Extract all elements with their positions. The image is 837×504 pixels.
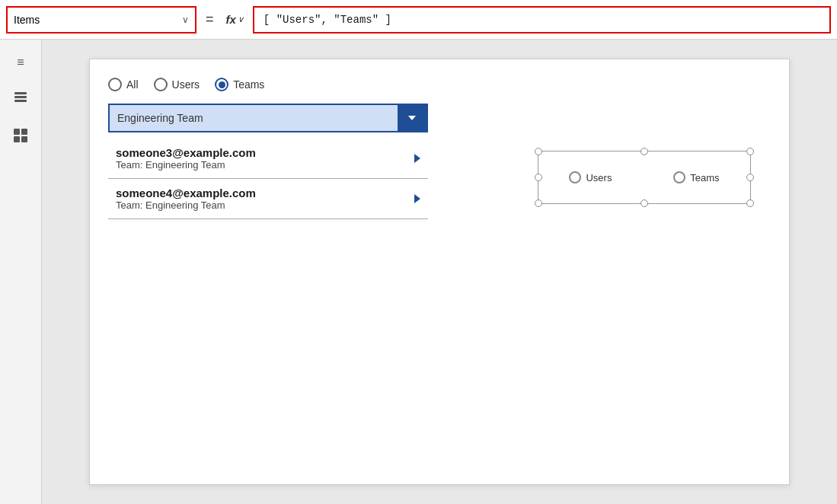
equals-sign: = bbox=[203, 11, 217, 27]
team-dropdown[interactable]: Engineering Team bbox=[108, 104, 428, 132]
hamburger-icon[interactable]: ≡ bbox=[10, 52, 31, 73]
widget-radio-users-circle bbox=[569, 171, 581, 183]
widget-radio-users-label: Users bbox=[586, 172, 612, 183]
list-item-2-team: Team: Engineering Team bbox=[116, 199, 256, 211]
dropdown-value: Engineering Team bbox=[117, 112, 203, 124]
handle-br[interactable] bbox=[746, 199, 754, 207]
list-item-1[interactable]: someone3@example.com Team: Engineering T… bbox=[108, 139, 428, 179]
items-dropdown-chevron: ∨ bbox=[182, 14, 189, 25]
layers-icon[interactable] bbox=[10, 88, 31, 110]
handle-tr[interactable] bbox=[746, 148, 754, 155]
list-item-1-chevron bbox=[414, 154, 420, 163]
svg-rect-1 bbox=[14, 100, 27, 102]
formula-text: [ "Users", "Teams" ] bbox=[264, 14, 391, 26]
svg-rect-5 bbox=[14, 136, 20, 142]
svg-rect-3 bbox=[14, 129, 20, 135]
radio-teams[interactable]: Teams bbox=[215, 78, 264, 91]
radio-all-label: All bbox=[126, 78, 139, 91]
dropdown-label: Engineering Team bbox=[110, 105, 398, 131]
radio-teams-label: Teams bbox=[233, 78, 264, 91]
list-item-2-chevron bbox=[414, 194, 420, 203]
svg-rect-2 bbox=[14, 92, 27, 94]
handle-mr[interactable] bbox=[746, 174, 754, 181]
fx-chevron: ∨ bbox=[238, 14, 244, 24]
list-item-2-email: someone4@example.com bbox=[116, 187, 256, 199]
fx-button[interactable]: fx ∨ bbox=[223, 13, 247, 26]
list-item-2-content: someone4@example.com Team: Engineering T… bbox=[116, 187, 256, 211]
radio-group: All Users Teams bbox=[108, 78, 771, 91]
toolbar: Items ∨ = fx ∨ ▾ [ "Users", "Teams" ] bbox=[0, 0, 837, 40]
handle-bl[interactable] bbox=[535, 199, 542, 207]
selection-widget[interactable]: Users Teams bbox=[538, 151, 751, 204]
widget-radio-teams-circle bbox=[673, 171, 685, 183]
chevron-down-icon bbox=[408, 116, 416, 120]
svg-rect-0 bbox=[14, 96, 27, 98]
main-area: All Users Teams Engineering Team someon bbox=[42, 40, 837, 504]
sidebar: ≡ bbox=[0, 40, 42, 504]
radio-teams-circle bbox=[215, 78, 228, 91]
radio-users-circle bbox=[154, 78, 168, 91]
grid-icon[interactable] bbox=[10, 125, 31, 146]
dropdown-arrow bbox=[398, 105, 426, 131]
svg-rect-4 bbox=[21, 129, 27, 135]
canvas: All Users Teams Engineering Team someon bbox=[89, 59, 790, 485]
radio-all-circle bbox=[108, 78, 122, 91]
items-dropdown-label: Items bbox=[14, 14, 40, 26]
fx-label: fx bbox=[226, 13, 236, 26]
widget-radio-users[interactable]: Users bbox=[569, 171, 612, 183]
list-item-2[interactable]: someone4@example.com Team: Engineering T… bbox=[108, 179, 428, 219]
list-item-1-team: Team: Engineering Team bbox=[116, 159, 256, 171]
list-item-1-email: someone3@example.com bbox=[116, 146, 256, 159]
formula-bar[interactable]: ▾ [ "Users", "Teams" ] bbox=[253, 6, 831, 33]
radio-users-label: Users bbox=[172, 78, 200, 91]
handle-bm[interactable] bbox=[641, 199, 648, 207]
radio-all[interactable]: All bbox=[108, 78, 139, 91]
handle-tl[interactable] bbox=[535, 148, 542, 155]
items-dropdown[interactable]: Items ∨ bbox=[6, 6, 196, 33]
radio-users[interactable]: Users bbox=[154, 78, 200, 91]
svg-rect-6 bbox=[21, 136, 27, 142]
list-item-1-content: someone3@example.com Team: Engineering T… bbox=[116, 146, 256, 171]
handle-tm[interactable] bbox=[641, 148, 648, 155]
widget-radio-teams-label: Teams bbox=[690, 172, 719, 183]
widget-radio-teams[interactable]: Teams bbox=[673, 171, 719, 183]
handle-ml[interactable] bbox=[535, 174, 542, 181]
